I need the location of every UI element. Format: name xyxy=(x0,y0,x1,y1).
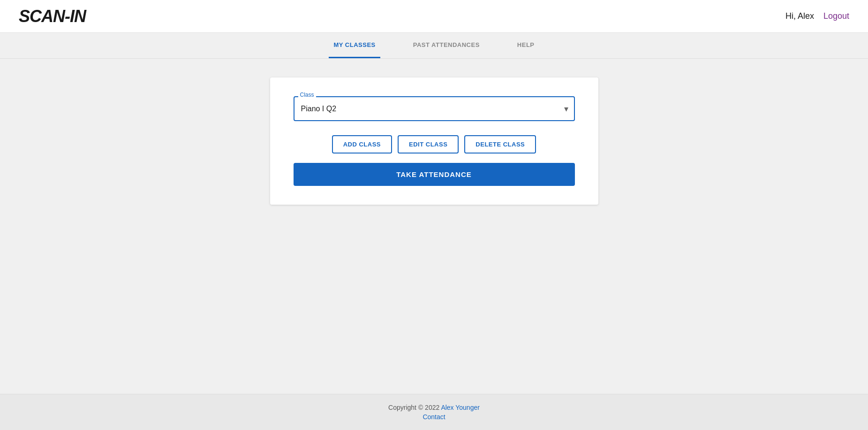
class-select[interactable]: Piano I Q2 xyxy=(294,96,575,121)
class-field-label: Class xyxy=(298,92,316,98)
logo: SCAN-IN xyxy=(19,7,86,26)
card: Class Piano I Q2 ▾ ADD CLASS EDIT CLASS … xyxy=(270,77,598,205)
header: SCAN-IN Hi, Alex Logout xyxy=(0,0,868,33)
footer: Copyright © 2022 Alex Younger Contact xyxy=(0,394,868,430)
nav: MY CLASSES PAST ATTENDANCES HELP xyxy=(0,33,868,59)
tab-my-classes[interactable]: MY CLASSES xyxy=(329,33,380,58)
delete-class-button[interactable]: DELETE CLASS xyxy=(464,135,536,154)
take-attendance-button[interactable]: TAKE ATTENDANCE xyxy=(294,163,575,186)
footer-author-link[interactable]: Alex Younger xyxy=(441,404,480,411)
tab-help[interactable]: HELP xyxy=(513,33,539,58)
main-content: Class Piano I Q2 ▾ ADD CLASS EDIT CLASS … xyxy=(0,59,868,394)
footer-contact-link[interactable]: Contact xyxy=(9,413,859,421)
logout-link[interactable]: Logout xyxy=(823,11,849,21)
greeting: Hi, Alex xyxy=(785,11,814,21)
edit-class-button[interactable]: EDIT CLASS xyxy=(398,135,459,154)
action-buttons: ADD CLASS EDIT CLASS DELETE CLASS xyxy=(294,135,575,154)
footer-copyright: Copyright © 2022 xyxy=(388,404,441,411)
header-right: Hi, Alex Logout xyxy=(785,11,849,21)
tab-past-attendances[interactable]: PAST ATTENDANCES xyxy=(408,33,484,58)
add-class-button[interactable]: ADD CLASS xyxy=(332,135,392,154)
class-field-wrapper: Class Piano I Q2 ▾ xyxy=(294,96,575,121)
